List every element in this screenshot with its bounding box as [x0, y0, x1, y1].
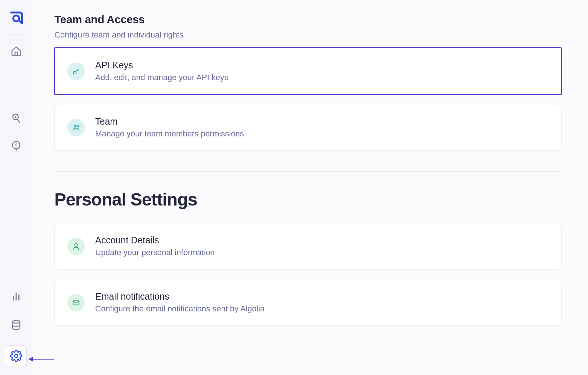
- logo[interactable]: [7, 9, 26, 28]
- team-access-subtitle: Configure team and individual rights: [54, 30, 588, 40]
- section-divider: [54, 171, 562, 172]
- sidebar-divider: [7, 35, 26, 35]
- sidebar-item-analytics[interactable]: [8, 288, 24, 304]
- card-title: Account Details: [95, 235, 215, 246]
- svg-point-10: [12, 321, 20, 324]
- sidebar-item-search[interactable]: [8, 110, 24, 126]
- svg-line-14: [78, 70, 79, 71]
- key-icon: [67, 63, 85, 80]
- card-desc: Manage your team members permissions: [95, 129, 244, 139]
- svg-rect-1: [15, 52, 17, 56]
- svg-point-15: [74, 125, 76, 127]
- card-desc: Configure the email notifications sent b…: [95, 304, 265, 314]
- svg-point-11: [14, 354, 18, 358]
- card-desc: Update your personal information: [95, 248, 215, 257]
- svg-point-17: [75, 243, 77, 246]
- bolt-icon: [11, 140, 22, 151]
- annotation-arrow: [29, 359, 54, 360]
- card-email-notifications[interactable]: Email notifications Configure the email …: [54, 279, 562, 326]
- sidebar: [0, 0, 32, 375]
- sidebar-item-settings[interactable]: [6, 346, 26, 366]
- person-icon: [67, 238, 85, 255]
- svg-point-16: [77, 125, 79, 127]
- svg-point-0: [13, 15, 19, 21]
- svg-line-4: [17, 119, 19, 122]
- team-access-card-list: API Keys Add, edit, and manage your API …: [54, 48, 588, 151]
- search-icon: [11, 113, 22, 124]
- main-content: Team and Access Configure team and indiv…: [32, 0, 588, 375]
- team-icon: [67, 119, 85, 136]
- card-team[interactable]: Team Manage your team members permission…: [54, 104, 562, 151]
- svg-rect-18: [73, 300, 79, 305]
- algolia-logo-icon: [7, 10, 25, 27]
- personal-card-list: Account Details Update your personal inf…: [54, 223, 588, 326]
- home-icon: [11, 46, 22, 57]
- mail-icon: [67, 294, 85, 311]
- bar-chart-icon: [11, 291, 22, 302]
- card-title: Email notifications: [95, 291, 265, 302]
- sidebar-item-home[interactable]: [8, 43, 24, 59]
- card-account-details[interactable]: Account Details Update your personal inf…: [54, 223, 562, 269]
- personal-settings-title: Personal Settings: [54, 189, 588, 210]
- team-access-title: Team and Access: [54, 13, 588, 26]
- svg-point-3: [14, 116, 16, 118]
- card-title: API Keys: [95, 60, 228, 71]
- database-icon: [11, 319, 22, 331]
- card-title: Team: [95, 116, 244, 127]
- card-desc: Add, edit, and manage your API keys: [95, 73, 228, 82]
- sidebar-item-recommend[interactable]: [8, 138, 24, 154]
- gear-icon: [10, 350, 22, 362]
- card-api-keys[interactable]: API Keys Add, edit, and manage your API …: [54, 48, 562, 94]
- sidebar-item-data[interactable]: [8, 317, 24, 333]
